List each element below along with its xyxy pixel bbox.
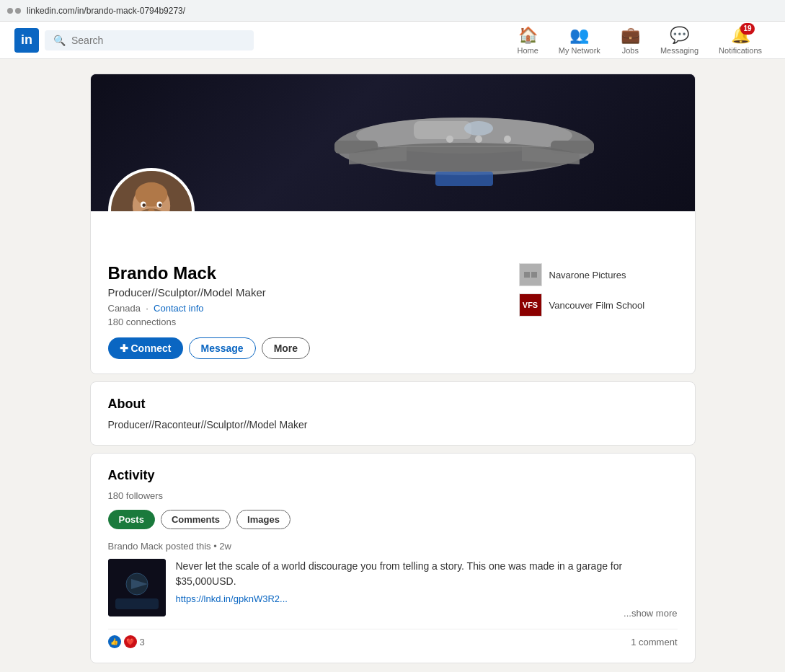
post-text: Never let the scale of a world discourag… [176,559,678,620]
network-label: My Network [559,46,600,55]
home-icon: 🏠 [518,26,538,45]
messaging-icon: 💬 [670,26,689,45]
vfs-logo: VFS [519,293,542,317]
show-more[interactable]: ...show more [624,606,677,621]
post-meta: Brando Mack posted this • 2w [108,541,678,552]
about-body: Producer//Raconteur//Sculptor//Model Mak… [108,419,678,430]
reaction-icons: 👍 ❤️ 3 [108,635,145,648]
activity-section: Activity 180 followers Posts Comments Im… [90,453,696,663]
activity-header: Activity [108,468,678,483]
post-body: Never let the scale of a world discourag… [176,560,623,587]
home-label: Home [517,46,538,55]
svg-rect-26 [520,265,541,285]
tab-images[interactable]: Images [236,510,291,529]
connect-plus-icon: ✚ [120,342,128,354]
jobs-label: Jobs [622,46,639,55]
navbar: in 🔍 🏠 Home 👥 My Network 💼 Jobs 💬 Messag… [0,22,785,59]
nav-item-home[interactable]: 🏠 Home [508,22,546,59]
tab-comments[interactable]: Comments [161,510,231,529]
activity-followers: 180 followers [108,490,678,501]
profile-left: Brando Mack Producer//Sculptor//Model Ma… [108,263,311,359]
profile-right: Navarone Pictures VFS Vancouver Film Sch… [519,263,678,317]
avatar-wrapper [108,168,195,211]
profile-title: Producer//Sculptor//Model Maker [108,286,311,299]
linkedin-logo[interactable]: in [14,28,39,53]
cover-bg [91,74,695,211]
svg-point-13 [504,136,511,143]
activity-tabs: Posts Comments Images [108,510,678,529]
search-input[interactable] [71,35,245,46]
svg-rect-28 [531,272,537,278]
more-button[interactable]: More [262,337,310,359]
network-icon: 👥 [569,26,589,45]
svg-rect-32 [115,598,159,609]
connect-button[interactable]: ✚ Connect [108,337,183,359]
main-content: Brando Mack Producer//Sculptor//Model Ma… [83,74,703,663]
address-bar: linkedin.com/in/brando-mack-0794b9273/ [0,0,785,22]
svg-point-12 [475,136,482,143]
nav-item-messaging[interactable]: 💬 Messaging [652,22,707,59]
company-item-navarone[interactable]: Navarone Pictures [519,263,678,286]
svg-point-18 [135,182,167,207]
profile-actions: ✚ Connect Message More [108,337,311,359]
profile-meta: Canada · Contact info [108,303,311,314]
cover-image [91,74,695,211]
post-thumbnail [108,559,166,616]
notifications-icon: 🔔 19 [731,26,750,45]
nav-items: 🏠 Home 👥 My Network 💼 Jobs 💬 Messaging 🔔… [508,22,771,59]
profile-card: Brando Mack Producer//Sculptor//Model Ma… [90,74,696,374]
reaction-count: 3 [140,637,145,647]
vfs-name: Vancouver Film School [549,300,645,311]
about-section: About Producer//Raconteur//Sculptor//Mod… [90,381,696,446]
company-item-vfs[interactable]: VFS Vancouver Film School [519,293,678,317]
nav-item-jobs[interactable]: 💼 Jobs [612,22,649,59]
love-icon: ❤️ [124,635,137,648]
browser-controls [7,8,21,14]
search-icon: 🔍 [53,35,66,46]
avatar [108,168,195,211]
notifications-badge: 19 [740,23,754,35]
post-content: Never let the scale of a world discourag… [108,559,678,620]
svg-rect-2 [414,121,471,139]
url-display: linkedin.com/in/brando-mack-0794b9273/ [27,6,185,16]
svg-point-5 [464,121,493,136]
comment-count: 1 comment [631,637,677,647]
like-icon: 👍 [108,635,121,648]
post-reactions: 👍 ❤️ 3 1 comment [108,629,678,648]
profile-connections: 180 connections [108,317,311,327]
svg-rect-27 [524,272,530,278]
spaceship-image [291,89,637,204]
svg-point-11 [446,136,453,143]
navarone-logo [519,263,542,286]
navarone-name: Navarone Pictures [549,270,626,280]
contact-info-link[interactable]: Contact info [154,303,203,314]
post-link[interactable]: https://lnkd.in/gpknW3R2... [176,592,678,606]
svg-point-21 [142,203,146,207]
tab-posts[interactable]: Posts [108,510,155,529]
about-title: About [108,397,678,412]
svg-point-23 [158,203,161,207]
svg-rect-9 [435,172,493,186]
search-box[interactable]: 🔍 [45,30,254,50]
nav-item-notifications[interactable]: 🔔 19 Notifications [710,22,771,59]
profile-name: Brando Mack [108,263,311,283]
nav-item-network[interactable]: 👥 My Network [550,22,609,59]
profile-info: Brando Mack Producer//Sculptor//Model Ma… [91,211,695,373]
profile-location: Canada [108,303,141,314]
jobs-icon: 💼 [621,26,640,45]
message-button[interactable]: Message [189,337,256,359]
messaging-label: Messaging [660,46,698,55]
activity-title: Activity [108,468,678,483]
notifications-label: Notifications [719,46,762,55]
